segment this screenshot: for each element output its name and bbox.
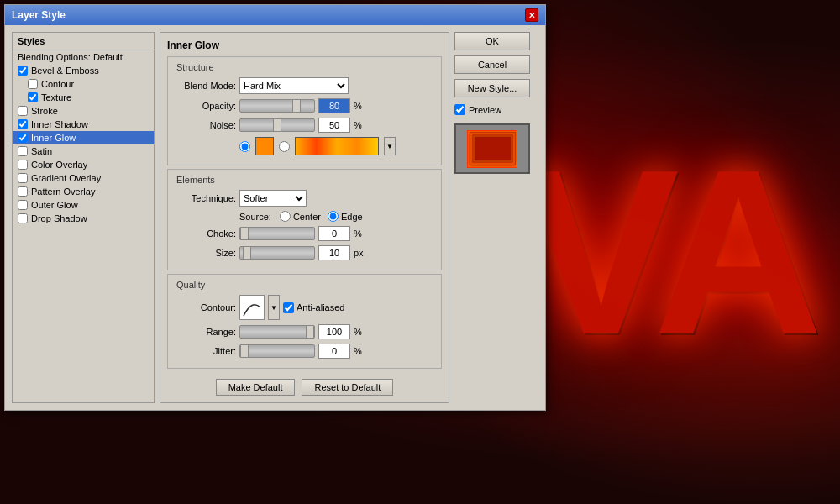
style-label: Inner Shadow: [31, 119, 88, 129]
source-edge-label[interactable]: Edge: [328, 211, 363, 222]
contour-dropdown-arrow[interactable]: ▼: [268, 295, 280, 320]
new-style-button[interactable]: New Style...: [454, 79, 530, 97]
style-item-inner-shadow[interactable]: Inner Shadow: [13, 118, 154, 131]
preview-text: Preview: [469, 105, 501, 115]
elements-title: Elements: [173, 175, 436, 185]
range-slider[interactable]: [239, 325, 315, 339]
preview-box: [454, 123, 530, 174]
style-item-blending-options[interactable]: Blending Options: Default: [13, 50, 154, 64]
radio-solid[interactable]: [239, 141, 250, 152]
choke-input[interactable]: [318, 226, 350, 241]
svg-rect-1: [470, 132, 516, 165]
style-label: Color Overlay: [31, 160, 87, 170]
make-default-button[interactable]: Make Default: [216, 379, 296, 396]
gradient-overlay-checkbox[interactable]: [18, 173, 28, 183]
style-label: Satin: [31, 146, 52, 156]
styles-header: Styles: [13, 33, 154, 50]
anti-aliased-text: Anti-aliased: [297, 302, 344, 312]
opacity-slider[interactable]: [239, 99, 315, 113]
reset-to-default-button[interactable]: Reset to Default: [302, 379, 393, 396]
style-item-satin[interactable]: Satin: [13, 144, 154, 158]
layer-style-dialog: Layer Style ✕ Styles Blending Options: D…: [4, 4, 546, 411]
range-unit: %: [354, 327, 370, 337]
size-input[interactable]: [318, 245, 350, 260]
style-item-stroke[interactable]: Stroke: [13, 104, 154, 118]
gradient-preview[interactable]: [295, 137, 379, 155]
source-center-label[interactable]: Center: [280, 211, 321, 222]
quality-title: Quality: [173, 280, 436, 290]
opacity-input[interactable]: [318, 98, 350, 113]
pattern-overlay-checkbox[interactable]: [18, 186, 28, 197]
outer-glow-checkbox[interactable]: [18, 200, 28, 210]
style-item-outer-glow[interactable]: Outer Glow: [13, 198, 154, 212]
noise-row: Noise: %: [173, 118, 436, 133]
style-item-bevel-emboss[interactable]: Bevel & Emboss: [13, 64, 154, 77]
style-item-inner-glow[interactable]: Inner Glow: [13, 131, 154, 144]
source-row: Source: Center Edge: [173, 211, 436, 222]
cancel-button[interactable]: Cancel: [454, 55, 530, 74]
contour-label: Contour:: [173, 302, 236, 312]
dialog-body: Styles Blending Options: Default Bevel &…: [5, 25, 545, 410]
opacity-row: Opacity: %: [173, 98, 436, 113]
technique-row: Technique: Softer Precise: [173, 190, 436, 207]
anti-aliased-label[interactable]: Anti-aliased: [283, 302, 344, 313]
dialog-titlebar: Layer Style ✕: [5, 5, 545, 25]
style-item-pattern-overlay[interactable]: Pattern Overlay: [13, 185, 154, 198]
inner-glow-checkbox[interactable]: [18, 133, 28, 143]
right-panel: OK Cancel New Style... Preview: [454, 32, 538, 403]
elements-section: Elements Technique: Softer Precise Sourc…: [167, 169, 442, 270]
radio-gradient[interactable]: [279, 141, 290, 152]
main-panel: Inner Glow Structure Blend Mode: Hard Mi…: [160, 32, 449, 403]
gradient-radio[interactable]: [279, 141, 290, 152]
anti-aliased-checkbox[interactable]: [283, 302, 294, 313]
quality-section: Quality Contour: ▼ Anti-aliased: [167, 274, 442, 369]
style-item-color-overlay[interactable]: Color Overlay: [13, 158, 154, 171]
color-overlay-checkbox[interactable]: [18, 160, 28, 170]
satin-checkbox[interactable]: [18, 146, 28, 156]
noise-unit: %: [354, 120, 370, 130]
jitter-label: Jitter:: [173, 346, 236, 356]
choke-row: Choke: %: [173, 226, 436, 241]
choke-unit: %: [354, 228, 370, 239]
opacity-label: Opacity:: [173, 101, 236, 111]
range-label: Range:: [173, 327, 236, 337]
styles-panel: Styles Blending Options: Default Bevel &…: [12, 32, 155, 403]
choke-label: Choke:: [173, 228, 236, 239]
style-item-drop-shadow[interactable]: Drop Shadow: [13, 212, 154, 225]
preview-checkbox[interactable]: [454, 104, 465, 115]
style-label: Texture: [41, 92, 71, 102]
noise-slider[interactable]: [239, 118, 315, 132]
solid-radio[interactable]: [239, 141, 250, 152]
style-item-texture[interactable]: Texture: [13, 91, 154, 104]
inner-shadow-checkbox[interactable]: [18, 119, 28, 129]
structure-title: Structure: [173, 62, 436, 72]
noise-input[interactable]: [318, 118, 350, 133]
choke-slider[interactable]: [239, 227, 315, 240]
contour-preview[interactable]: [239, 295, 265, 320]
blend-mode-select[interactable]: Hard Mix Normal Screen Overlay: [239, 77, 349, 94]
jitter-input[interactable]: [318, 344, 350, 359]
ok-button[interactable]: OK: [454, 32, 530, 50]
technique-select[interactable]: Softer Precise: [239, 190, 307, 207]
jitter-slider[interactable]: [239, 344, 315, 358]
contour-checkbox[interactable]: [28, 79, 38, 89]
source-center-radio[interactable]: [280, 211, 291, 222]
color-swatch[interactable]: [255, 137, 274, 155]
range-input[interactable]: [318, 324, 350, 339]
close-button[interactable]: ✕: [525, 8, 538, 22]
style-item-contour[interactable]: Contour: [13, 77, 154, 91]
gradient-arrow[interactable]: ▼: [384, 137, 396, 155]
size-unit: px: [354, 248, 370, 258]
source-edge-radio[interactable]: [328, 211, 339, 222]
style-item-gradient-overlay[interactable]: Gradient Overlay: [13, 171, 154, 185]
bevel-emboss-checkbox[interactable]: [18, 66, 28, 76]
size-slider[interactable]: [239, 246, 315, 260]
stroke-checkbox[interactable]: [18, 106, 28, 116]
drop-shadow-checkbox[interactable]: [18, 213, 28, 223]
source-center-text: Center: [293, 212, 321, 222]
texture-checkbox[interactable]: [28, 92, 38, 102]
size-row: Size: px: [173, 245, 436, 260]
style-label: Bevel & Emboss: [31, 66, 99, 76]
noise-label: Noise:: [173, 120, 236, 130]
contour-row: Contour: ▼ Anti-aliased: [173, 295, 436, 320]
